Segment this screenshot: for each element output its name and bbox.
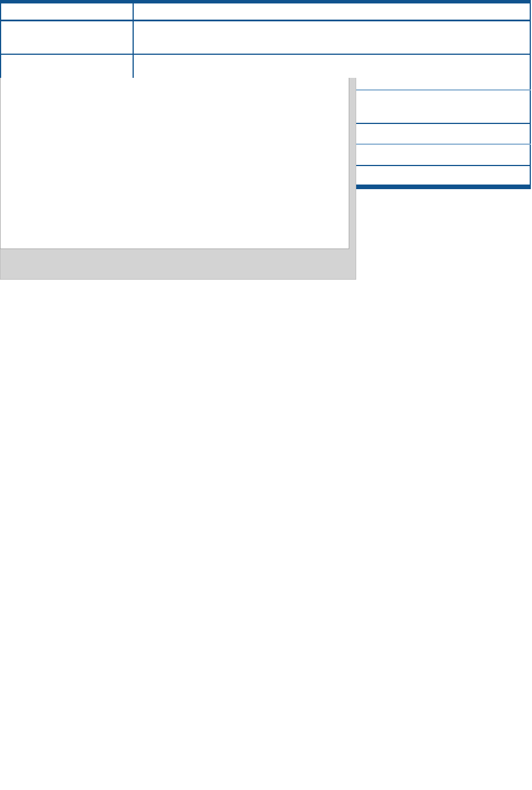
table-cell: [133, 54, 530, 78]
table-cell: [1, 2, 133, 21]
table-cell: [1, 54, 133, 78]
table-cell: [133, 21, 530, 55]
table-cell: [1, 21, 133, 55]
table-cell: [133, 2, 530, 21]
reference-table-bottom: [0, 0, 531, 78]
